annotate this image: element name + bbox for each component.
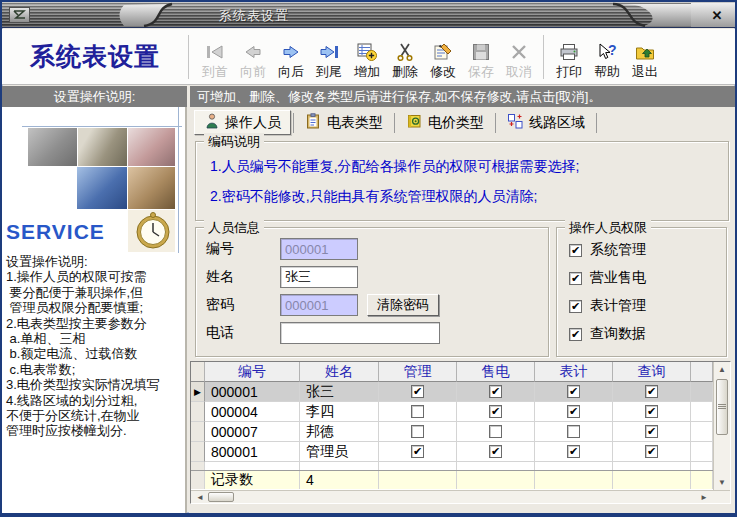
checkbox-checked[interactable]: ✔ <box>567 405 580 418</box>
goto-last-button[interactable]: 到尾 <box>310 32 348 82</box>
permission-system[interactable]: ✔ 系统管理 <box>569 241 646 259</box>
checkbox-checked[interactable]: ✔ <box>569 300 582 313</box>
horizontal-scroll-thumb[interactable] <box>208 492 234 502</box>
cell-name[interactable]: 管理员 <box>300 442 379 462</box>
checkbox-checked[interactable]: ✔ <box>569 272 582 285</box>
cell-flag[interactable]: ✔ <box>613 402 691 422</box>
cell-flag[interactable]: ✔ <box>379 442 457 462</box>
coding-notes-group: 编码说明 1.人员编号不能重复,分配给各操作员的权限可根据需要选择; 2.密码不… <box>195 141 729 221</box>
cell-flag[interactable]: ✔ <box>457 402 535 422</box>
go-previous-button[interactable]: 向前 <box>234 32 272 82</box>
checkbox-unchecked[interactable] <box>489 425 502 438</box>
checkbox-unchecked[interactable] <box>567 425 580 438</box>
checkbox-checked[interactable]: ✔ <box>567 445 580 458</box>
cell-id[interactable]: 000004 <box>205 402 300 422</box>
table-row[interactable]: ▶000001张三✔✔✔✔ <box>191 382 713 402</box>
id-field[interactable] <box>280 238 358 260</box>
checkbox-checked[interactable]: ✔ <box>411 445 424 458</box>
phone-field[interactable] <box>280 322 440 344</box>
exit-button[interactable]: 退出 <box>626 32 664 82</box>
table-row[interactable]: 000004李四✔✔✔ <box>191 402 713 422</box>
tab-operators[interactable]: 操作人员 <box>194 110 291 135</box>
cancel-button[interactable]: 取消 <box>500 32 538 82</box>
help-button[interactable]: ? 帮助 <box>588 32 626 82</box>
checkbox-checked[interactable]: ✔ <box>645 445 658 458</box>
checkbox-checked[interactable]: ✔ <box>411 385 424 398</box>
cell-flag[interactable]: ✔ <box>613 442 691 462</box>
cell-flag[interactable]: ✔ <box>535 402 613 422</box>
horizontal-scrollbar[interactable]: ◄ ► <box>191 490 730 503</box>
checkbox-unchecked[interactable] <box>411 425 424 438</box>
delete-record-button[interactable]: 删除 <box>386 32 424 82</box>
cell-name[interactable]: 李四 <box>300 402 379 422</box>
clear-password-button[interactable]: 清除密码 <box>367 294 439 316</box>
checkbox-checked[interactable]: ✔ <box>645 405 658 418</box>
column-header[interactable]: 姓名 <box>300 362 379 382</box>
cell-id[interactable]: 800001 <box>205 442 300 462</box>
cell-flag[interactable]: ✔ <box>613 422 691 442</box>
print-button[interactable]: 打印 <box>550 32 588 82</box>
checkbox-checked[interactable]: ✔ <box>569 244 582 257</box>
column-header[interactable]: 管理 <box>379 362 457 382</box>
instruction-line: 4.线路区域的划分过粗, <box>6 393 160 408</box>
cell-flag[interactable] <box>379 422 457 442</box>
cell-id[interactable]: 000001 <box>205 382 300 402</box>
close-button[interactable]: ✕ <box>708 6 726 24</box>
checkbox-checked[interactable]: ✔ <box>567 385 580 398</box>
cell-flag[interactable]: ✔ <box>535 442 613 462</box>
cell-flag[interactable] <box>535 422 613 442</box>
permission-meter[interactable]: ✔ 表计管理 <box>569 297 646 315</box>
column-header[interactable]: 表计 <box>535 362 613 382</box>
checkbox-checked[interactable]: ✔ <box>489 405 502 418</box>
line-area-icon <box>507 113 523 132</box>
app-logo-icon <box>9 7 30 23</box>
instruction-line: 不便于分区统计,在物业 <box>6 408 160 423</box>
cell-id[interactable]: 000007 <box>205 422 300 442</box>
table-row[interactable]: 000007邦德✔ <box>191 422 713 442</box>
cell-flag[interactable]: ✔ <box>535 382 613 402</box>
group-title: 人员信息 <box>204 219 264 237</box>
vertical-scroll-thumb[interactable] <box>716 379 728 435</box>
operator-icon <box>204 113 219 132</box>
person-info-group: 人员信息 编号 姓名 密码 清除密码 电话 <box>195 227 549 357</box>
photo-pocket-watch <box>128 210 175 252</box>
tab-separator <box>394 113 395 133</box>
tab-meter-type[interactable]: 电表类型 <box>296 110 392 135</box>
cell-flag[interactable]: ✔ <box>379 382 457 402</box>
cell-flag[interactable]: ✔ <box>613 382 691 402</box>
instruction-line: 1.操作人员的权限可按需 <box>6 269 160 284</box>
vertical-scrollbar[interactable]: ▲ ▼ <box>713 362 730 490</box>
permission-sales[interactable]: ✔ 营业售电 <box>569 269 646 287</box>
cell-flag[interactable]: ✔ <box>457 382 535 402</box>
cell-name[interactable]: 邦德 <box>300 422 379 442</box>
checkbox-checked[interactable]: ✔ <box>489 385 502 398</box>
checkbox-checked[interactable]: ✔ <box>489 445 502 458</box>
add-record-button[interactable]: 增加 <box>348 32 386 82</box>
name-field[interactable] <box>280 266 358 288</box>
checkbox-checked[interactable]: ✔ <box>645 425 658 438</box>
instruction-line: c.电表常数; <box>6 362 160 377</box>
save-button[interactable]: 保存 <box>462 32 500 82</box>
table-row[interactable]: 800001管理员✔✔✔✔ <box>191 442 713 462</box>
tab-price-type[interactable]: 电价类型 <box>397 110 493 135</box>
goto-first-button[interactable]: 到首 <box>196 32 234 82</box>
scroll-right-icon[interactable]: ► <box>700 491 708 503</box>
tab-line-area[interactable]: 线路区域 <box>498 110 594 135</box>
column-header[interactable]: 查询 <box>613 362 691 382</box>
cell-flag[interactable]: ✔ <box>457 442 535 462</box>
cell-flag[interactable] <box>457 422 535 442</box>
checkbox-checked[interactable]: ✔ <box>645 385 658 398</box>
scroll-up-icon[interactable]: ▲ <box>714 365 730 374</box>
column-header[interactable]: 售电 <box>457 362 535 382</box>
column-header[interactable]: 编号 <box>205 362 300 382</box>
checkbox-unchecked[interactable] <box>411 405 424 418</box>
cell-name[interactable]: 张三 <box>300 382 379 402</box>
checkbox-checked[interactable]: ✔ <box>569 328 582 341</box>
go-next-button[interactable]: 向后 <box>272 32 310 82</box>
scroll-left-icon[interactable]: ◄ <box>196 491 204 503</box>
cell-flag[interactable] <box>379 402 457 422</box>
password-field[interactable] <box>280 294 358 316</box>
modify-record-button[interactable]: 修改 <box>424 32 462 82</box>
permission-query[interactable]: ✔ 查询数据 <box>569 325 646 343</box>
scroll-down-icon[interactable]: ▼ <box>714 478 730 487</box>
